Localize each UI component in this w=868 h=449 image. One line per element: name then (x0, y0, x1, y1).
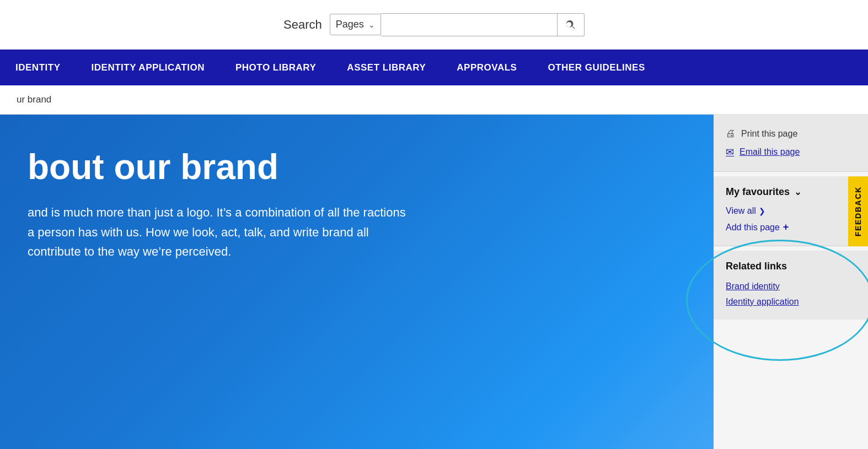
favourites-panel: My favourites ⌄ View all ❯ Add this page… (714, 176, 868, 246)
view-all-label: View all (726, 206, 756, 216)
add-page-label: Add this page (726, 223, 780, 232)
view-all-link[interactable]: View all ❯ (726, 203, 856, 219)
nav-item-photo-library[interactable]: PHOTO LIBRARY (220, 50, 331, 85)
printer-icon: 🖨 (726, 128, 736, 139)
breadcrumb: ur brand (0, 85, 868, 115)
hero-title: bout our brand (28, 148, 686, 186)
nav-item-other-guidelines[interactable]: OTHER GUIDELINES (532, 50, 660, 85)
favourites-heading: My favourites (726, 186, 790, 198)
email-icon: ✉ (726, 146, 734, 158)
arrow-right-icon: ❯ (759, 207, 765, 215)
search-select-value: Pages (336, 19, 364, 30)
related-links-panel: Related links Brand identity Identity ap… (714, 251, 868, 320)
search-select[interactable]: Pages ⌄ (330, 14, 381, 35)
search-bar: Search Pages ⌄ (0, 0, 868, 50)
search-icon (565, 19, 576, 30)
feedback-tab[interactable]: FEEDBACK (848, 176, 868, 246)
search-input[interactable] (381, 13, 558, 36)
chevron-down-icon: ⌄ (368, 20, 375, 29)
hero-body: and is much more than just a logo. It’s … (28, 203, 414, 261)
add-page-link[interactable]: Add this page + (726, 219, 856, 236)
search-label: Search (283, 18, 322, 32)
nav-item-identity[interactable]: IDENTITY (0, 50, 76, 85)
related-link-identity-application[interactable]: Identity application (726, 294, 856, 310)
related-links-heading: Related links (726, 261, 856, 272)
email-page-label: Email this page (740, 147, 800, 157)
related-link-brand-identity[interactable]: Brand identity (726, 279, 856, 294)
page-actions-panel: 🖨 Print this page ✉ Email this page (714, 115, 868, 172)
print-page-action[interactable]: 🖨 Print this page (726, 125, 856, 143)
nav-item-asset-library[interactable]: ASSET LIBRARY (331, 50, 441, 85)
email-page-action[interactable]: ✉ Email this page (726, 143, 856, 161)
main-layout: bout our brand and is much more than jus… (0, 115, 868, 449)
print-page-label: Print this page (741, 129, 797, 139)
breadcrumb-text: ur brand (17, 94, 51, 105)
favourites-header[interactable]: My favourites ⌄ (726, 186, 856, 198)
sidebar: 🖨 Print this page ✉ Email this page My f… (714, 115, 868, 449)
nav-item-approvals[interactable]: APPROVALS (441, 50, 532, 85)
chevron-down-icon: ⌄ (794, 187, 801, 197)
plus-icon: + (783, 221, 789, 233)
nav-item-identity-application[interactable]: IDENTITY APPLICATION (76, 50, 220, 85)
nav-bar: IDENTITY IDENTITY APPLICATION PHOTO LIBR… (0, 50, 868, 85)
search-button[interactable] (558, 13, 585, 36)
hero-section: bout our brand and is much more than jus… (0, 115, 714, 449)
